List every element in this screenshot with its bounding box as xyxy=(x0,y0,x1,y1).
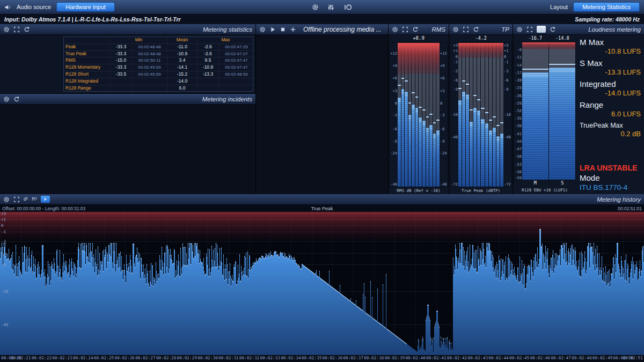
stats-row: R128 Momentary-33.300:02:45:59-14.1-10.8… xyxy=(64,64,253,71)
top-toolbar: Audio source Hardware input Layout Meter… xyxy=(0,0,644,14)
meter-bar-fill xyxy=(408,115,412,187)
meter-bar-fill xyxy=(426,128,429,187)
time-label: 00:02:41 xyxy=(426,356,447,360)
expand-icon[interactable] xyxy=(463,26,469,33)
scale-label: +12 xyxy=(390,51,397,56)
panel-title: Metering statistics xyxy=(203,26,252,33)
r128-readout-value: -14.8 xyxy=(549,35,576,42)
expand-icon[interactable] xyxy=(526,26,533,33)
peak-hold-tick xyxy=(470,109,473,110)
reset-icon[interactable] xyxy=(13,96,20,102)
gear-icon[interactable] xyxy=(3,96,10,102)
reset-icon[interactable] xyxy=(473,26,479,33)
peak-hold-tick xyxy=(477,99,480,100)
play-icon[interactable] xyxy=(269,26,276,33)
gear-icon[interactable] xyxy=(3,196,10,203)
panel-header: Loudness metering xyxy=(513,24,644,35)
add-media-icon[interactable] xyxy=(290,26,296,33)
peak-hold-tick xyxy=(426,116,429,117)
expand-icon[interactable] xyxy=(402,26,408,33)
y-axis-label: 0 xyxy=(1,223,4,228)
peak-hold-tick xyxy=(496,125,500,126)
meter-bar-fill xyxy=(485,123,488,187)
stats-row: R128 Short-33.500:02:45:59-15.2-13.300:0… xyxy=(64,71,253,78)
play-button[interactable] xyxy=(41,196,50,203)
loudness-entry: Integrated-14.0 LUFS xyxy=(580,79,641,97)
tp-caption: True Peak (dBTP) xyxy=(450,187,512,194)
scale-label: -40 xyxy=(451,135,458,139)
metering-statistics-button[interactable]: Metering Statistics xyxy=(573,2,640,12)
gear-icon[interactable] xyxy=(3,26,10,33)
scale-label: +3 xyxy=(453,43,458,48)
time-label: 00:02:38 xyxy=(364,356,384,360)
peak-hold-tick xyxy=(408,102,412,104)
meter-bar-fill xyxy=(481,119,484,187)
gear-icon[interactable] xyxy=(516,26,523,33)
expand-icon[interactable] xyxy=(13,26,20,33)
pause-button[interactable] xyxy=(537,26,546,33)
sliders-icon[interactable] xyxy=(327,4,334,11)
meter-bar xyxy=(496,43,500,187)
history-graph[interactable]: +3+10-1-3-6-9-18-40 xyxy=(0,212,644,355)
gear-icon[interactable] xyxy=(392,26,398,33)
gear-icon[interactable] xyxy=(259,26,266,33)
reset-icon[interactable] xyxy=(24,26,30,33)
meter-bar xyxy=(481,43,484,187)
reset-icon[interactable] xyxy=(550,26,556,33)
loudness-entry: Range6.0 LUFS xyxy=(580,100,641,118)
scale-label: +3 xyxy=(504,43,508,48)
layout-button[interactable]: Layout xyxy=(550,4,568,10)
metering-history-panel: dᶜ Rᶜ Metering history Offset: 00:00:00:… xyxy=(0,194,644,362)
stop-icon[interactable] xyxy=(280,26,286,33)
scale-label: +12 xyxy=(440,51,447,56)
mode-value: ITU BS.1770-4 xyxy=(580,183,641,192)
hardware-input-button[interactable]: Hardware input xyxy=(56,2,115,12)
rc-toggle-icon[interactable]: Rᶜ xyxy=(32,196,37,203)
panel-header: Metering incidents xyxy=(0,94,255,105)
stats-row: RMS-15.000:02:50:113.49.500:02:47:47 xyxy=(64,57,253,64)
meter-bar-fill xyxy=(462,92,465,187)
meter-bar xyxy=(466,43,469,187)
time-label: 00:02:31 xyxy=(218,356,239,360)
io-routing-icon[interactable] xyxy=(343,4,353,11)
time-label: 00:02:28 xyxy=(156,356,177,360)
peak-hold-tick xyxy=(458,88,462,89)
peak-hold-tick xyxy=(398,85,401,86)
tp-meter: -4.2 +3+10-1-3-6-9-18-40-72+3+10-1-3-6-9… xyxy=(449,35,513,194)
time-label: 00:02:32 xyxy=(239,356,260,360)
scale-label: -18 xyxy=(504,113,511,117)
time-label: 00:02:37 xyxy=(343,356,363,360)
r128-caption: R128 EBU +18 (LUFS) xyxy=(514,187,576,194)
loudness-readouts: M Max-10.8 LUFSS Max-13.3 LUFSIntegrated… xyxy=(576,35,644,194)
peak-hold-tick xyxy=(481,108,484,109)
meter-bar xyxy=(522,42,548,180)
scale-label: -72 xyxy=(504,182,511,187)
time-label: 00:02:23 xyxy=(52,356,72,360)
meter-red-zone xyxy=(522,42,575,49)
expand-icon[interactable] xyxy=(13,196,20,203)
audio-source-button[interactable]: Audio source xyxy=(17,4,51,10)
panel-header: Metering statistics xyxy=(0,24,255,35)
meter-bar-fill xyxy=(436,130,440,187)
reset-icon[interactable] xyxy=(412,26,419,33)
dc-toggle-icon[interactable]: dᶜ xyxy=(24,196,28,203)
input-format-text: Input: Dolby Atmos 7.1.4 | L-R-C-Lfe-Ls-… xyxy=(4,16,181,23)
scale-label: -14 xyxy=(515,63,522,68)
peak-hold-tick xyxy=(466,84,469,85)
history-waveform-canvas[interactable] xyxy=(0,212,644,355)
meter-bar-fill xyxy=(398,98,401,187)
offline-media-list[interactable] xyxy=(256,35,388,194)
gear-icon[interactable] xyxy=(452,26,459,33)
scale-label: -9 xyxy=(504,87,508,92)
scale-label: -59 xyxy=(515,176,522,180)
meter-scale: -8-11-14-17-20-23-26-29-32-35-38-41-44-4… xyxy=(514,42,522,180)
info-bar: Input: Dolby Atmos 7.1.4 | L-R-C-Lfe-Ls-… xyxy=(0,14,644,24)
panel-header: dᶜ Rᶜ Metering history xyxy=(0,194,644,205)
meter-bar xyxy=(470,43,473,187)
meter-bar-fill xyxy=(496,136,500,187)
rms-meter-area: +12+9+6+30-3-6-9-24-48+12+9+6+30-3-6-9-2… xyxy=(389,42,448,187)
panel-header: TP xyxy=(449,24,513,35)
settings-gear-icon[interactable] xyxy=(312,4,319,11)
scale-label: -47 xyxy=(515,147,522,151)
time-label: 00:02:49 xyxy=(592,356,613,360)
